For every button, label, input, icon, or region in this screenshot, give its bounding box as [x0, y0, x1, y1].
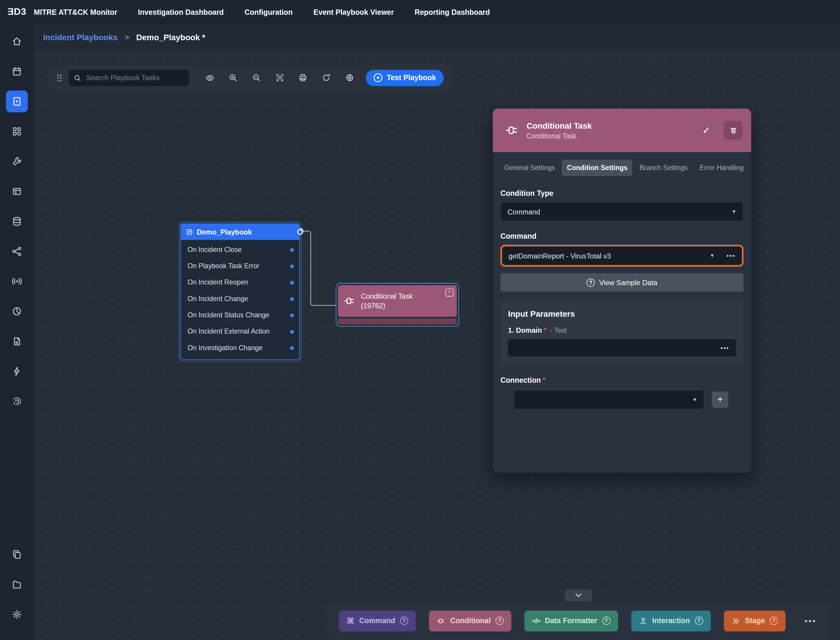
settings-gear-icon[interactable]	[6, 604, 28, 626]
nav-reporting-dashboard[interactable]: Reporting Dashboard	[415, 8, 490, 16]
condition-type-label: Condition Type	[500, 189, 743, 198]
command-select-highlight: getDomainReport - VirusTotal v3 ▼ •••	[500, 245, 743, 267]
search-icon	[73, 74, 81, 82]
print-icon[interactable]	[295, 69, 311, 86]
file-folder-icon[interactable]	[6, 573, 28, 595]
connector-dot[interactable]	[290, 313, 294, 317]
condition-type-select[interactable]: Command ▼	[500, 202, 743, 221]
help-icon[interactable]: ?	[400, 617, 408, 625]
tab-branch-settings[interactable]: Branch Settings	[634, 160, 693, 176]
connection-select[interactable]: ▼	[514, 390, 704, 409]
trigger-on-incident-external-action[interactable]: On Incident External Action	[181, 323, 299, 339]
playbook-canvas[interactable]: Test Playbook Demo_Playbook On Incident …	[34, 50, 840, 640]
trigger-on-incident-status-change[interactable]: On Incident Status Change	[181, 307, 299, 323]
add-data-formatter-node-button[interactable]: </> Data Formatter ?	[524, 610, 618, 631]
trigger-on-incident-change[interactable]: On Incident Change	[181, 291, 299, 307]
trigger-on-playbook-task-error[interactable]: On Playbook Task Error	[181, 258, 299, 274]
trigger-on-incident-close[interactable]: On Incident Close	[181, 242, 299, 258]
playbooks-icon[interactable]	[6, 91, 28, 112]
conditional-task-node[interactable]: Conditional Task (19762) ^	[336, 283, 459, 326]
nav-configuration[interactable]: Configuration	[244, 8, 293, 16]
zoom-in-icon[interactable]	[225, 69, 241, 86]
parameter-options-button[interactable]: •••	[720, 344, 730, 351]
add-stage-node-button[interactable]: Stage ?	[724, 610, 786, 631]
playbook-node-icon	[186, 228, 193, 235]
playbook-node-header[interactable]: Demo_Playbook	[181, 224, 299, 240]
forms-document-icon[interactable]	[6, 330, 28, 352]
panel-title: Conditional Task	[527, 121, 592, 130]
tab-error-handling[interactable]: Error Handling	[695, 160, 749, 176]
search-playbook-tasks-box	[69, 69, 189, 86]
automation-lightning-icon[interactable]	[6, 360, 28, 382]
link-analysis-icon[interactable]	[6, 240, 28, 262]
nav-mitre-attack-monitor[interactable]: MITRE ATT&CK Monitor	[34, 8, 117, 16]
top-nav: ƎD3 MITRE ATT&CK Monitor Investigation D…	[0, 0, 840, 24]
input-parameters-section: Input Parameters 1. Domain*- Text •••	[500, 302, 743, 366]
required-asterisk: *	[543, 376, 546, 384]
trigger-on-incident-reopen[interactable]: On Incident Reopen	[181, 274, 299, 290]
utilities-wrench-icon[interactable]	[6, 150, 28, 173]
tab-condition-settings[interactable]: Condition Settings	[562, 160, 632, 176]
more-node-types-button[interactable]: •••	[805, 616, 817, 625]
add-connection-button[interactable]: +	[712, 392, 728, 408]
left-sidebar	[0, 24, 34, 640]
search-input[interactable]	[85, 73, 184, 82]
help-icon[interactable]: ?	[695, 617, 703, 625]
collapse-node-icon[interactable]: ^	[445, 288, 454, 297]
integrations-puzzle-icon[interactable]	[6, 120, 28, 142]
nav-investigation-dashboard[interactable]: Investigation Dashboard	[138, 8, 224, 16]
panel-body: Condition Type Command ▼ Command getDoma…	[493, 176, 751, 409]
connector-dot[interactable]	[290, 346, 294, 350]
help-icon[interactable]: ?	[495, 617, 504, 625]
refresh-icon[interactable]	[318, 69, 334, 86]
output-connector-dot[interactable]	[297, 229, 303, 235]
parameter-domain-input[interactable]: •••	[508, 339, 736, 357]
home-icon[interactable]	[6, 30, 28, 52]
expand-toolbar-button[interactable]	[565, 589, 592, 602]
connector-dot[interactable]	[290, 297, 294, 301]
eye-visibility-icon[interactable]	[202, 69, 218, 86]
globe-icon[interactable]	[342, 69, 358, 86]
caret-down-icon: ▼	[693, 397, 697, 402]
breadcrumb-incident-playbooks[interactable]: Incident Playbooks	[43, 32, 118, 42]
app-root: ƎD3 MITRE ATT&CK Monitor Investigation D…	[0, 0, 840, 640]
test-playbook-button[interactable]: Test Playbook	[366, 69, 444, 86]
connector-dot[interactable]	[290, 264, 294, 268]
fingerprint-icon[interactable]	[6, 390, 28, 412]
conditional-task-node-body[interactable]: Conditional Task (19762) ^	[338, 285, 457, 317]
broadcast-icon[interactable]	[6, 270, 28, 292]
database-icon[interactable]	[6, 211, 28, 232]
connector-dot[interactable]	[290, 281, 294, 285]
person-icon	[639, 616, 647, 625]
command-icon: ⌘	[347, 616, 355, 626]
nav-event-playbook-viewer[interactable]: Event Playbook Viewer	[313, 8, 394, 16]
command-options-button[interactable]: •••	[727, 253, 735, 259]
command-select[interactable]: getDomainReport - VirusTotal v3 ▼ •••	[502, 246, 742, 265]
add-command-node-button[interactable]: ⌘ Command ?	[339, 610, 416, 631]
playbook-trigger-node[interactable]: Demo_Playbook On Incident Close On Playb…	[180, 224, 300, 360]
apps-window-icon[interactable]	[6, 181, 28, 202]
zoom-out-icon[interactable]	[248, 69, 265, 86]
d3-logo[interactable]: ƎD3	[0, 6, 34, 18]
metrics-pie-icon[interactable]	[6, 301, 28, 322]
view-sample-data-button[interactable]: ? View Sample Data	[500, 273, 743, 292]
code-icon: </>	[532, 617, 540, 625]
fit-screen-icon[interactable]	[271, 69, 288, 86]
copy-pages-icon[interactable]	[6, 544, 28, 565]
connector-dot[interactable]	[290, 330, 294, 333]
add-interaction-node-button[interactable]: Interaction ?	[631, 610, 711, 631]
connector-dot[interactable]	[290, 248, 294, 252]
help-icon[interactable]: ?	[602, 617, 610, 625]
tab-general-settings[interactable]: General Settings	[499, 160, 560, 176]
panel-tabs: General Settings Condition Settings Bran…	[499, 160, 745, 176]
help-icon[interactable]: ?	[770, 617, 778, 625]
delete-task-button[interactable]	[724, 121, 743, 139]
confirm-check-button[interactable]: ✓	[696, 120, 716, 140]
drag-handle-icon[interactable]	[56, 74, 63, 82]
calendar-event-icon[interactable]	[6, 61, 28, 83]
add-conditional-node-button[interactable]: Conditional ?	[429, 610, 511, 631]
play-circle-icon	[374, 73, 383, 82]
required-asterisk: *	[543, 326, 546, 334]
trash-icon	[729, 126, 738, 134]
trigger-on-investigation-change[interactable]: On Investigation Change	[181, 340, 299, 356]
